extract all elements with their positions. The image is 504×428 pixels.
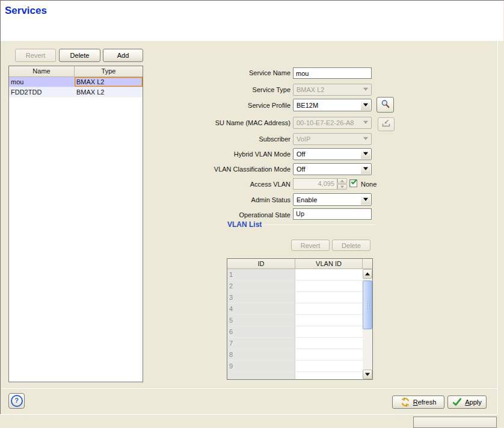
- vlan-table-body: 1 2 3 4 5 6 7: [227, 269, 372, 379]
- check-icon: [350, 178, 358, 187]
- apply-check-icon: [452, 398, 462, 406]
- vlan-value-cell[interactable]: [295, 361, 363, 372]
- scroll-down-icon[interactable]: [363, 370, 372, 379]
- admin-status-label: Admin Status: [251, 196, 290, 203]
- vlan-value-cell[interactable]: [295, 349, 363, 361]
- chevron-down-icon[interactable]: [361, 149, 370, 159]
- chevron-down-icon: [361, 134, 370, 144]
- service-name-cell[interactable]: mou: [9, 77, 75, 87]
- scrollbar-thumb[interactable]: [363, 281, 372, 329]
- table-row[interactable]: 9: [227, 361, 372, 372]
- subscriber-combo: VoIP: [293, 133, 372, 145]
- su-name-value: 00-10-E7-E2-26-A8: [297, 119, 354, 126]
- apply-button-label: Apply: [465, 399, 482, 406]
- su-name-label: SU Name (MAC Address): [215, 119, 290, 126]
- window-bottom-border: [0, 414, 498, 415]
- table-row[interactable]: FDD2TDD BMAX L2: [9, 87, 143, 98]
- chevron-down-icon[interactable]: [361, 164, 370, 174]
- table-row[interactable]: 8: [227, 349, 372, 361]
- service-profile-value: BE12M: [297, 102, 318, 109]
- table-row[interactable]: 2: [227, 281, 372, 292]
- table-row[interactable]: 7: [227, 338, 372, 349]
- services-add-button[interactable]: Add: [103, 49, 143, 62]
- service-type-value: BMAX L2: [297, 86, 324, 93]
- table-row[interactable]: 4: [227, 303, 372, 315]
- vlan-list-separator: [263, 225, 376, 225]
- vlan-id-cell: 7: [227, 338, 295, 349]
- service-type-cell[interactable]: BMAX L2: [75, 87, 143, 98]
- vlan-table: ID VLAN ID 1 2 3 4 5: [227, 258, 373, 380]
- services-col-type[interactable]: Type: [75, 66, 143, 77]
- operational-state-field: Up: [293, 208, 372, 220]
- none-checkbox[interactable]: [349, 179, 357, 187]
- vlan-list-title: VLAN List: [227, 220, 262, 229]
- vlan-value-cell[interactable]: [295, 303, 363, 315]
- hybrid-vlan-mode-combo[interactable]: Off: [293, 148, 372, 160]
- status-cell: [413, 417, 497, 428]
- services-revert-button: Revert: [15, 49, 56, 62]
- vlan-col-vlanid[interactable]: VLAN ID: [295, 259, 363, 269]
- vlan-table-scrollbar[interactable]: [363, 269, 372, 379]
- page-header: Services: [1, 1, 503, 41]
- search-icon: [381, 99, 390, 111]
- vlan-value-cell[interactable]: [295, 315, 363, 326]
- service-profile-combo[interactable]: BE12M: [293, 99, 372, 111]
- vlan-id-cell: 5: [227, 315, 295, 326]
- vlan-value-cell: [295, 372, 363, 379]
- service-name-label: Service Name: [249, 69, 290, 76]
- vlan-value-cell[interactable]: [295, 281, 363, 292]
- window-top-border: [0, 0, 504, 1]
- vlan-table-header: ID VLAN ID: [227, 259, 372, 269]
- vlan-value-cell[interactable]: [295, 269, 363, 281]
- chevron-down-icon: [361, 85, 370, 95]
- service-profile-label: Service Profile: [248, 102, 290, 109]
- operational-state-label: Operational State: [239, 211, 290, 219]
- spinner-down-icon: [337, 184, 347, 190]
- vlan-delete-button: Delete: [332, 240, 370, 251]
- vlan-id-cell: 1: [227, 269, 295, 281]
- help-button[interactable]: ?: [8, 393, 25, 409]
- vlan-classification-mode-combo[interactable]: Off: [293, 163, 372, 175]
- vlan-revert-button: Revert: [291, 240, 330, 251]
- vlan-header-corner: [363, 259, 372, 269]
- service-name-input[interactable]: [293, 67, 372, 79]
- service-name-cell[interactable]: FDD2TDD: [9, 87, 75, 98]
- scroll-up-icon[interactable]: [363, 269, 372, 279]
- su-select-button: [378, 117, 395, 131]
- vlan-id-cell: 2: [227, 281, 295, 292]
- footer-separator: [1, 388, 497, 389]
- table-row[interactable]: 6: [227, 326, 372, 338]
- access-vlan-spinner: 4,095: [293, 178, 337, 190]
- refresh-button[interactable]: Refresh: [392, 395, 444, 409]
- table-row[interactable]: 1: [227, 269, 372, 281]
- services-delete-button[interactable]: Delete: [59, 49, 100, 62]
- refresh-button-label: Refresh: [413, 399, 437, 406]
- hybrid-vlan-mode-label: Hybrid VLAN Mode: [234, 150, 290, 158]
- page-title: Services: [1, 1, 503, 17]
- refresh-icon: [401, 397, 410, 407]
- table-row-partial: [227, 372, 372, 379]
- vlan-value-cell[interactable]: [295, 326, 363, 338]
- table-row[interactable]: 5: [227, 315, 372, 326]
- service-type-cell[interactable]: BMAX L2: [75, 77, 143, 87]
- vlan-value-cell[interactable]: [295, 338, 363, 349]
- window-left-border: [0, 0, 1, 415]
- window-right-border: [497, 1, 498, 414]
- table-row[interactable]: 3: [227, 292, 372, 303]
- vlan-value-cell[interactable]: [295, 292, 363, 303]
- chevron-down-icon[interactable]: [361, 194, 370, 205]
- service-profile-search-button[interactable]: [376, 97, 394, 113]
- vlan-classification-mode-label: VLAN Classification Mode: [214, 166, 290, 173]
- table-row[interactable]: mou BMAX L2: [9, 77, 143, 87]
- vlan-id-cell: 4: [227, 303, 295, 315]
- services-col-name[interactable]: Name: [9, 66, 75, 77]
- subscriber-label: Subscriber: [259, 135, 290, 143]
- access-vlan-label: Access VLAN: [250, 181, 290, 188]
- apply-button[interactable]: Apply: [447, 395, 487, 409]
- service-type-combo: BMAX L2: [293, 84, 372, 96]
- admin-status-combo[interactable]: Enable: [293, 193, 372, 206]
- tray-import-icon: [381, 119, 391, 129]
- chevron-down-icon[interactable]: [361, 100, 370, 110]
- vlan-col-id[interactable]: ID: [227, 259, 295, 269]
- subscriber-value: VoIP: [297, 135, 310, 143]
